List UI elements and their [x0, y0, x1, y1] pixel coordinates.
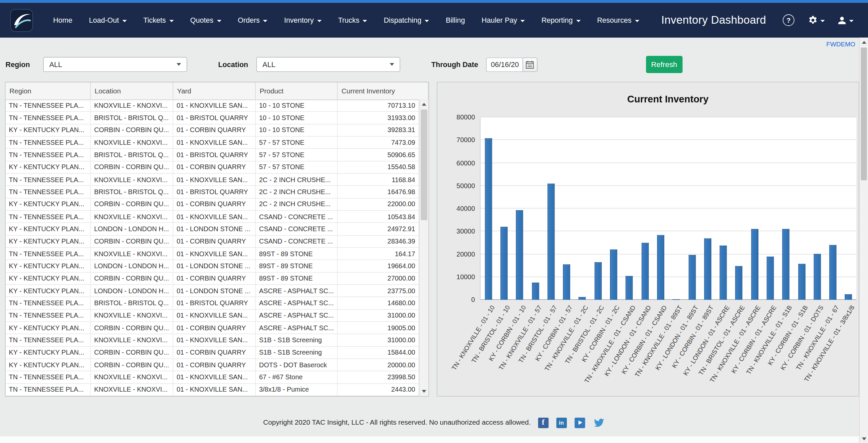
nav-item-orders[interactable]: Orders	[238, 16, 268, 24]
account-menu[interactable]	[837, 15, 854, 25]
table-cell: 24972.91	[338, 223, 419, 235]
chart-bar	[548, 184, 555, 300]
nav-item-label: Reporting	[541, 16, 572, 24]
table-row[interactable]: TN - TENNESSEE PLA...KNOXVILLE - KNOXVI.…	[6, 211, 419, 223]
column-header-yard[interactable]: Yard	[173, 82, 256, 99]
column-header-region[interactable]: Region	[6, 82, 91, 99]
table-scrollbar[interactable]	[419, 99, 428, 396]
table-scrollbar-thumb[interactable]	[421, 109, 427, 220]
facebook-icon[interactable]: f	[538, 417, 549, 428]
nav-item-label: Resources	[597, 16, 631, 24]
table-row[interactable]: KY - KENTUCKY PLAN...LONDON - LONDON H..…	[6, 223, 419, 236]
table-cell: 15540.58	[338, 162, 419, 173]
table-row[interactable]: TN - TENNESSEE PLA...BRISTOL - BRISTOL Q…	[6, 112, 419, 124]
chart-bar	[579, 297, 586, 300]
table-cell: 89ST - 89 STONE	[256, 248, 338, 260]
app-logo[interactable]	[10, 9, 33, 32]
table-cell: KNOXVILLE - KNOXVI...	[91, 384, 173, 395]
table-cell: 57 - 57 STONE	[256, 137, 338, 148]
table-cell: LONDON - LONDON H...	[91, 285, 173, 297]
nav-item-inventory[interactable]: Inventory	[284, 16, 321, 24]
inventory-table-panel: Region Location Yard Product Current Inv…	[5, 82, 429, 396]
nav-item-billing[interactable]: Billing	[446, 16, 465, 24]
page-scroll-up-button[interactable]	[860, 38, 868, 47]
refresh-button[interactable]: Refresh	[646, 56, 682, 73]
logo-swoosh-icon	[10, 9, 33, 32]
table-cell: 16476.98	[338, 186, 419, 198]
nav-item-load-out[interactable]: Load-Out	[89, 16, 127, 24]
youtube-icon[interactable]	[574, 417, 585, 428]
linkedin-icon[interactable]: in	[556, 417, 567, 428]
header-right: Inventory Dashboard ?	[661, 14, 863, 26]
table-row[interactable]: TN - TENNESSEE PLA...KNOXVILLE - KNOXVI.…	[6, 174, 419, 186]
twitter-icon[interactable]	[593, 417, 604, 429]
table-row[interactable]: KY - KENTUCKY PLAN...CORBIN - CORBIN QU.…	[6, 359, 419, 371]
column-header-product[interactable]: Product	[256, 82, 338, 99]
nav-item-home[interactable]: Home	[53, 16, 72, 24]
table-cell: 01 - LONDON STONE ...	[173, 285, 256, 297]
table-cell: TN - TENNESSEE PLA...	[6, 174, 91, 185]
column-header-current-inventory[interactable]: Current Inventory	[338, 82, 428, 99]
table-row[interactable]: TN - TENNESSEE PLA...KNOXVILLE - KNOXVI.…	[6, 384, 419, 396]
table-row[interactable]: TN - TENNESSEE PLA...KNOXVILLE - KNOXVI.…	[6, 371, 419, 384]
triangle-up-icon	[422, 103, 426, 105]
nav-item-label: Quotes	[190, 16, 214, 24]
table-row[interactable]: KY - KENTUCKY PLAN...CORBIN - CORBIN QU.…	[6, 236, 419, 248]
chevron-down-icon	[521, 20, 525, 22]
nav-item-tickets[interactable]: Tickets	[143, 16, 174, 24]
table-row[interactable]: KY - KENTUCKY PLAN...CORBIN - CORBIN QU.…	[6, 322, 419, 334]
table-cell: KY - KENTUCKY PLAN...	[6, 347, 91, 358]
nav-item-dispatching[interactable]: Dispatching	[384, 16, 429, 24]
region-select[interactable]: ALL	[43, 57, 187, 72]
table-row[interactable]: KY - KENTUCKY PLAN...CORBIN - CORBIN QU.…	[6, 162, 419, 174]
scroll-down-button[interactable]	[420, 387, 429, 396]
table-cell: 01 - CORBIN QUARRY	[173, 273, 256, 284]
nav-item-hauler-pay[interactable]: Hauler Pay	[482, 16, 525, 24]
table-row[interactable]: KY - KENTUCKY PLAN...CORBIN - CORBIN QU.…	[6, 273, 419, 285]
table-cell: 01 - LONDON STONE ...	[173, 260, 256, 272]
table-row[interactable]: TN - TENNESSEE PLA...BRISTOL - BRISTOL Q…	[6, 149, 419, 162]
nav-item-reporting[interactable]: Reporting	[541, 16, 581, 24]
page-scroll-down-button[interactable]	[860, 434, 868, 443]
chevron-down-icon	[122, 20, 127, 22]
tenant-link[interactable]: FWDEMO	[826, 41, 855, 48]
table-cell: ASCRE - ASPHALT SC...	[256, 322, 338, 334]
table-row[interactable]: TN - TENNESSEE PLA...KNOXVILLE - KNOXVI.…	[6, 310, 419, 322]
table-cell: BRISTOL - BRISTOL Q...	[91, 186, 173, 198]
table-row[interactable]: TN - TENNESSEE PLA...KNOXVILLE - KNOXVI.…	[6, 248, 419, 260]
nav-item-quotes[interactable]: Quotes	[190, 16, 221, 24]
table-row[interactable]: KY - KENTUCKY PLAN...LONDON - LONDON H..…	[6, 285, 419, 297]
settings-menu[interactable]	[808, 15, 825, 26]
location-select[interactable]: ALL	[256, 57, 400, 72]
help-icon[interactable]: ?	[783, 14, 795, 26]
table-row[interactable]: TN - TENNESSEE PLA...KNOXVILLE - KNOXVI.…	[6, 334, 419, 347]
page-scrollbar-thumb[interactable]	[861, 48, 867, 180]
calendar-button[interactable]	[523, 57, 537, 72]
region-select-value: ALL	[50, 60, 62, 69]
chart-bars	[480, 117, 856, 300]
nav-item-resources[interactable]: Resources	[597, 16, 639, 24]
table-row[interactable]: KY - KENTUCKY PLAN...CORBIN - CORBIN QU.…	[6, 125, 419, 137]
table-row[interactable]: KY - KENTUCKY PLAN...CORBIN - CORBIN QU.…	[6, 199, 419, 211]
table-row[interactable]: KY - KENTUCKY PLAN...LONDON - LONDON H..…	[6, 260, 419, 273]
table-cell: 31000.00	[338, 334, 419, 346]
table-row[interactable]: TN - TENNESSEE PLA...BRISTOL - BRISTOL Q…	[6, 186, 419, 199]
table-row[interactable]: KY - KENTUCKY PLAN...CORBIN - CORBIN QU.…	[6, 347, 419, 359]
through-date-input[interactable]: 06/16/20	[486, 57, 522, 72]
column-header-location[interactable]: Location	[91, 82, 173, 99]
scroll-up-button[interactable]	[420, 99, 429, 109]
table-row[interactable]: TN - TENNESSEE PLA...KNOXVILLE - KNOXVI.…	[6, 137, 419, 149]
table-row[interactable]: TN - TENNESSEE PLA...BRISTOL - BRISTOL Q…	[6, 297, 419, 310]
chart-bar	[516, 210, 524, 300]
table-cell: KY - KENTUCKY PLAN...	[6, 285, 91, 297]
table-cell: 31000.00	[338, 310, 419, 321]
top-accent-bar	[0, 0, 868, 3]
table-cell: 01 - KNOXVILLE SAN...	[173, 99, 256, 111]
twitter-bird-icon	[593, 417, 604, 429]
nav-item-trucks[interactable]: Trucks	[338, 16, 367, 24]
table-cell: KNOXVILLE - KNOXVI...	[91, 334, 173, 346]
table-cell: KY - KENTUCKY PLAN...	[6, 223, 91, 235]
table-row[interactable]: TN - TENNESSEE PLA...KNOXVILLE - KNOXVI.…	[6, 99, 419, 112]
social-icons: fin	[538, 417, 605, 429]
browser-scrollbar[interactable]	[859, 38, 868, 443]
